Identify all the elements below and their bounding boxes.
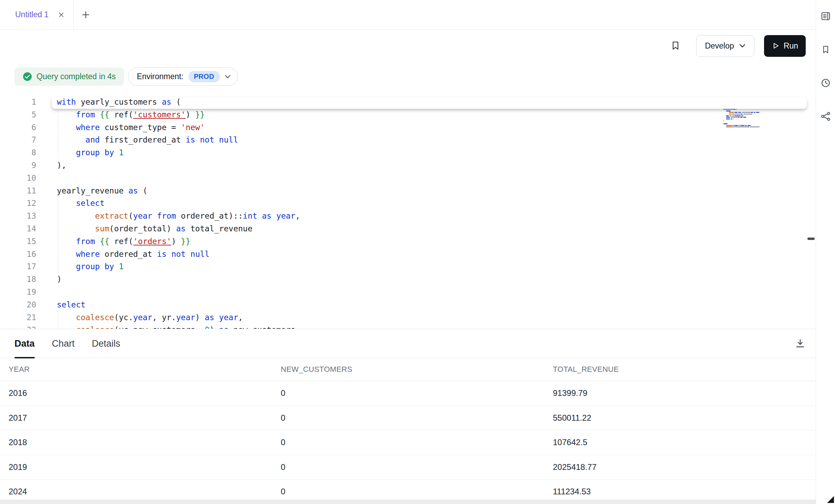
code-line-1[interactable]: 1with yearly_customers as ( (0, 96, 816, 108)
code-token: (yc.new_customers, (114, 325, 205, 329)
code-token: ) (57, 275, 62, 284)
minimap-segment (723, 117, 726, 118)
code-line-20[interactable]: 20select (0, 298, 816, 311)
code-token (195, 135, 200, 144)
new-tab-button[interactable] (74, 0, 98, 29)
history-button[interactable] (819, 76, 833, 90)
query-status-pill: Query completed in 4s (14, 67, 124, 86)
code-token (57, 199, 76, 208)
minimap-line (723, 112, 765, 113)
minimap-segment (740, 117, 742, 118)
editor-layout-button[interactable] (819, 9, 833, 23)
download-button[interactable] (795, 338, 806, 349)
code-token (57, 211, 95, 220)
code-token: ) (195, 313, 205, 322)
code-line-13[interactable]: 13 extract(year from ordered_at)::int as… (0, 210, 816, 222)
environment-select[interactable]: Environment: PROD (128, 67, 238, 86)
code-line-12[interactable]: 12 select (0, 197, 816, 210)
table-row[interactable]: 20180107642.5 (0, 430, 816, 455)
code-token: year (276, 211, 295, 220)
table-row[interactable]: 2016091399.79 (0, 381, 816, 406)
results-tab-list: DataChartDetails (14, 329, 137, 358)
code-line-15[interactable]: 15 from {{ ref('orders') }} (0, 235, 816, 248)
table-body: 2016091399.7920170550011.2220180107642.5… (0, 381, 816, 504)
code-line-6[interactable]: 6 where customer_type = 'new' (0, 121, 816, 134)
table-cell: 2018 (9, 438, 281, 447)
column-header-total_revenue: TOTAL_REVENUE (553, 365, 816, 374)
column-header-year: YEAR (9, 365, 281, 374)
indent-guide (58, 121, 58, 134)
minimap-segment (741, 114, 742, 115)
table-cell: 0 (281, 487, 553, 496)
close-tab-button[interactable] (58, 11, 65, 19)
code-line-16[interactable]: 16 where ordered_at is not null (0, 248, 816, 261)
code-line-5[interactable]: 5 from {{ ref('customers') }} (0, 108, 816, 121)
tab-untitled-1[interactable]: Untitled 1 (0, 0, 74, 29)
horizontal-scrollbar[interactable] (0, 500, 816, 504)
run-button[interactable]: Run (764, 35, 806, 57)
code-line-21[interactable]: 21 coalesce(yc.year, yr.year) as year, (0, 311, 816, 324)
editor-scrollbar-thumb[interactable] (807, 238, 815, 240)
minimap-segment (736, 109, 737, 110)
code-line-7[interactable]: 7 and first_ordered_at is not null (0, 134, 816, 146)
code-token: , (295, 211, 300, 220)
code-token: not (200, 135, 214, 144)
code-text: extract(year from ordered_at)::int as ye… (57, 210, 300, 222)
results-tab-data[interactable]: Data (14, 329, 35, 358)
table-row[interactable]: 201902025418.77 (0, 455, 816, 480)
code-text: from {{ ref('orders') }} (57, 235, 190, 248)
minimap-segment (750, 126, 760, 127)
code-line-18[interactable]: 18) (0, 273, 816, 286)
code-token: coalesce (76, 313, 114, 322)
code-token: null (190, 250, 209, 259)
minimap-segment (738, 112, 741, 113)
table-cell: 91399.79 (553, 388, 816, 398)
code-token: null (219, 135, 238, 144)
code-token (57, 110, 76, 119)
code-line-22[interactable]: 22 coalesce(yc.new_customers, 0) as new_… (0, 324, 816, 329)
close-icon (58, 11, 65, 19)
resize-corner[interactable] (827, 496, 834, 503)
minimap-segment (726, 118, 730, 119)
code-token (114, 262, 119, 271)
code-token: from (76, 237, 95, 246)
code-editor[interactable]: 1with yearly_customers as (5 from {{ ref… (0, 91, 816, 329)
code-line-19[interactable]: 19 (0, 286, 816, 298)
code-line-9[interactable]: 9), (0, 159, 816, 172)
table-row[interactable]: 20170550011.22 (0, 406, 816, 431)
code-token (57, 250, 76, 259)
code-line-10[interactable]: 10 (0, 172, 816, 185)
code-text: ), (57, 159, 66, 172)
minimap-segment (723, 112, 729, 113)
develop-button[interactable]: Develop (696, 35, 754, 57)
code-line-14[interactable]: 14 sum(order_total) as total_revenue (0, 222, 816, 235)
chevron-down-icon (225, 75, 231, 79)
toolbar: Develop Run (0, 30, 816, 62)
code-token (257, 211, 262, 220)
code-token (57, 123, 76, 132)
table-cell: 2016 (9, 388, 281, 398)
indent-guide (58, 311, 58, 324)
line-number: 15 (0, 235, 36, 248)
code-line-8[interactable]: 8 group by 1 (0, 146, 816, 159)
bookmark-button[interactable] (670, 40, 681, 51)
table-cell: 2025418.77 (553, 462, 816, 472)
bookmarks-button[interactable] (819, 43, 833, 56)
editor-layout-icon (821, 11, 831, 21)
results-tab-details[interactable]: Details (92, 329, 121, 358)
line-number: 22 (0, 324, 36, 329)
history-icon (821, 78, 831, 88)
lineage-button[interactable] (819, 109, 833, 123)
indent-guide (58, 134, 58, 146)
code-token: customer_type = (100, 123, 181, 132)
code-token: is (157, 250, 167, 259)
code-token: ) (171, 237, 181, 246)
code-line-11[interactable]: 11yearly_revenue as ( (0, 185, 816, 197)
minimap-segment (748, 125, 750, 126)
code-line-17[interactable]: 17 group by 1 (0, 260, 816, 273)
code-token: (order_total) (109, 224, 176, 233)
results-tab-chart[interactable]: Chart (52, 329, 75, 358)
minimap-segment (743, 114, 753, 115)
code-token: sum (95, 224, 110, 233)
minimap-segment (759, 112, 760, 113)
